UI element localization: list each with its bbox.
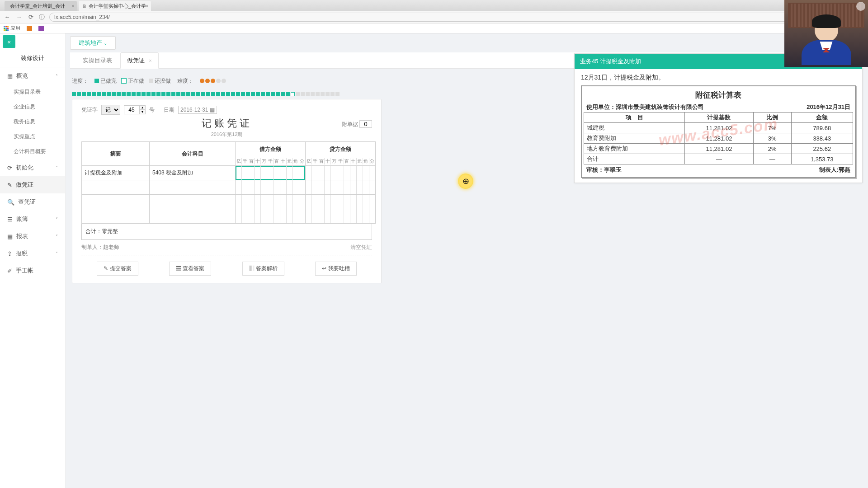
- voucher-number-input[interactable]: [124, 105, 139, 114]
- date-value: 2016-12-31: [180, 107, 208, 113]
- maker-info: 制单人：赵老师: [81, 244, 119, 251]
- sidebar-item-taxfiling[interactable]: ⇪ 报税 ˅: [0, 245, 65, 262]
- cell-credit[interactable]: [306, 166, 376, 180]
- attach-count-input[interactable]: [359, 120, 372, 128]
- browser-tab-0[interactable]: 会计学堂_会计培训_会计 ×: [5, 1, 77, 11]
- sidebar-sub-tax[interactable]: 税务信息: [0, 114, 65, 129]
- sidebar-item-manual[interactable]: ✐ 手工帐: [0, 262, 65, 279]
- voucher-table: 摘要 会计科目 借方金额 贷方金额 亿千百十万千百十元角分 亿千百十万千百十元角…: [81, 141, 376, 224]
- cell-debit[interactable]: [236, 209, 306, 224]
- cell-credit[interactable]: [306, 180, 376, 195]
- legend-doing: 正在做: [121, 77, 144, 85]
- calc-row: 教育费附加11,281.023%338.43: [584, 133, 853, 144]
- sidebar-sub-key[interactable]: 实操重点: [0, 129, 65, 144]
- voucher-period: 2016年第12期 附单据: [81, 131, 372, 138]
- voucher-total: 合计：零元整: [81, 224, 372, 240]
- voucher-title: 记账凭证: [81, 117, 372, 130]
- cell-summary[interactable]: 计提税金及附加: [82, 166, 150, 180]
- clear-voucher-link[interactable]: 清空凭证: [350, 244, 372, 251]
- calc-auditor: 审核：李翠玉: [586, 166, 622, 174]
- voucher-prefix-select[interactable]: 记: [101, 105, 120, 115]
- bookmark-icon[interactable]: [38, 26, 44, 31]
- voucher-number-suffix: 号: [149, 106, 155, 114]
- calc-row: 城建税11,281.027%789.68: [584, 123, 853, 133]
- chevron-down-icon: ˅: [56, 251, 58, 256]
- sidebar-item-make-voucher[interactable]: ✎ 做凭证: [0, 176, 65, 193]
- sidebar-item-label: 初始化: [16, 164, 33, 172]
- calc-sheet: www.acc5.com 附征税计算表 使用单位：深圳市景美建筑装饰设计有限公司…: [581, 85, 856, 178]
- reload-button[interactable]: ⟳: [27, 14, 34, 20]
- info-icon[interactable]: ⓘ: [39, 13, 45, 21]
- calc-date: 2016年12月31日: [807, 103, 850, 111]
- chevron-up-icon: ˄: [56, 74, 58, 79]
- spin-down-button[interactable]: ▾: [139, 110, 146, 114]
- close-icon[interactable]: ×: [71, 4, 74, 9]
- sidebar-sub-catalogue[interactable]: 实操目录表: [0, 84, 65, 99]
- sidebar-item-init[interactable]: ⟳ 初始化 ˅: [0, 159, 65, 176]
- col-account: 会计科目: [150, 142, 236, 166]
- sidebar-sub-company[interactable]: 企业信息: [0, 99, 65, 114]
- credit-digits: 亿千百十万千百十元角分: [306, 157, 376, 166]
- sidebar-item-label: 概览: [16, 72, 28, 80]
- difficulty-label: 难度：: [177, 77, 193, 85]
- chevron-down-icon: ˅: [56, 217, 58, 222]
- voucher-row[interactable]: [82, 180, 376, 195]
- video-thumbnail[interactable]: [784, 0, 868, 67]
- top-bar: 建筑地产 赵老师 (SVIP会员): [66, 33, 868, 52]
- cell-summary[interactable]: [82, 209, 150, 224]
- forward-button[interactable]: →: [15, 14, 23, 20]
- bookmark-icon[interactable]: [27, 26, 32, 31]
- cell-account[interactable]: [150, 195, 236, 209]
- explain-answer-button[interactable]: ▥ 答案解析: [242, 262, 284, 276]
- calc-title: 附征税计算表: [584, 88, 853, 102]
- submit-answer-button[interactable]: ✎ 提交答案: [97, 262, 138, 276]
- main-area: 建筑地产 赵老师 (SVIP会员) 实操目录表 做凭证 × 进度： 已做完 正在…: [66, 33, 868, 488]
- close-icon[interactable]: ×: [146, 4, 148, 9]
- voucher-row[interactable]: [82, 195, 376, 209]
- cell-account[interactable]: 5403 税金及附加: [150, 166, 236, 180]
- sidebar-item-ledger[interactable]: ☰ 账簿 ˅: [0, 211, 65, 228]
- date-picker[interactable]: 2016-12-31 ▦: [178, 106, 217, 114]
- voucher-header-controls: 凭证字 记 ▴ ▾ 号 日期 2016-12-31 ▦: [81, 105, 372, 115]
- legend: 已做完 正在做 还没做: [94, 77, 171, 85]
- spin-up-button[interactable]: ▴: [139, 105, 146, 110]
- cell-debit[interactable]: [236, 180, 306, 195]
- calc-unit: 使用单位：深圳市景美建筑装饰设计有限公司: [586, 103, 704, 111]
- sidebar-collapse-button[interactable]: «: [3, 35, 15, 48]
- sidebar-item-label: 报税: [16, 249, 28, 258]
- feedback-button[interactable]: ↩ 我要吐槽: [315, 262, 356, 276]
- sidebar-item-label: 查凭证: [18, 198, 36, 206]
- cell-credit[interactable]: [306, 209, 376, 224]
- cell-summary[interactable]: [82, 180, 150, 195]
- sidebar-item-report[interactable]: ▤ 报表 ˅: [0, 228, 65, 245]
- cell-summary[interactable]: [82, 195, 150, 209]
- sidebar-sub-subjects[interactable]: 会计科目概要: [0, 144, 65, 159]
- back-button[interactable]: ←: [4, 14, 11, 20]
- cell-debit[interactable]: [236, 166, 306, 180]
- sidebar-item-search-voucher[interactable]: 🔍 查凭证: [0, 193, 65, 211]
- voucher-row[interactable]: 计提税金及附加5403 税金及附加: [82, 166, 376, 180]
- upload-icon: ⇪: [7, 250, 12, 257]
- apps-icon[interactable]: 应用: [4, 25, 20, 32]
- chevron-down-icon: ˅: [56, 165, 58, 170]
- sidebar-item-overview[interactable]: ▦ 概览 ˄: [0, 67, 65, 84]
- legend-todo: 还没做: [149, 77, 171, 85]
- cell-account[interactable]: [150, 180, 236, 195]
- sidebar-item-label: 账簿: [16, 215, 28, 223]
- tab-catalogue[interactable]: 实操目录表: [76, 53, 118, 68]
- close-icon[interactable]: ×: [149, 58, 151, 63]
- browser-tab-1[interactable]: 会计学堂实操中心_会计学 ×: [79, 1, 151, 11]
- sidebar: « 装修设计 ▦ 概览 ˄ 实操目录表 企业信息 税务信息 实操重点 会计科目概…: [0, 33, 66, 488]
- tab-make-voucher[interactable]: 做凭证 ×: [120, 52, 159, 69]
- cell-credit[interactable]: [306, 195, 376, 209]
- sidebar-item-label: 报表: [16, 232, 28, 240]
- task-description: 12月31日，计提税金及附加。: [581, 74, 856, 82]
- grid-icon: ▦: [7, 73, 13, 80]
- industry-dropdown[interactable]: 建筑地产: [70, 36, 116, 50]
- voucher-row[interactable]: [82, 209, 376, 224]
- col-summary: 摘要: [82, 142, 150, 166]
- cell-account[interactable]: [150, 209, 236, 224]
- url-input[interactable]: lx.acc5.com/main_234/: [49, 13, 864, 22]
- view-answer-button[interactable]: ☰ 查看答案: [169, 262, 211, 276]
- cell-debit[interactable]: [236, 195, 306, 209]
